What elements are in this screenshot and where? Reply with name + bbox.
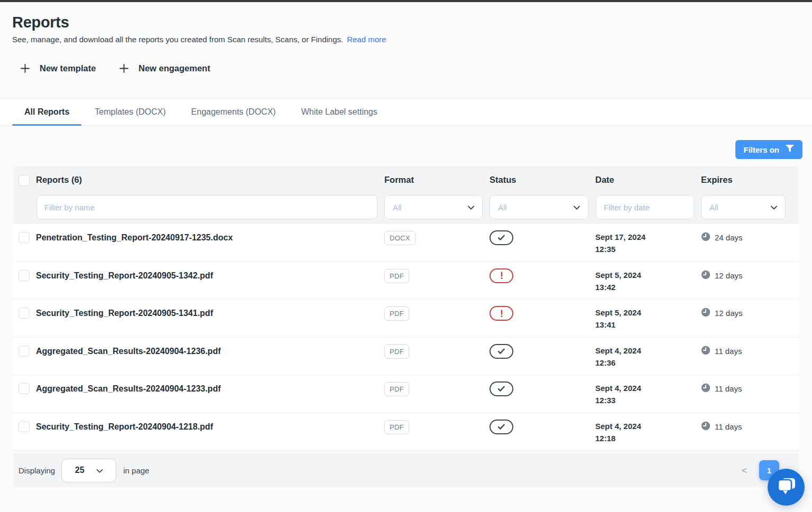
format-badge: PDF <box>384 382 409 396</box>
in-page-label: in page <box>123 466 149 475</box>
page-subtitle: See, manage, and download all the report… <box>12 35 386 44</box>
tab-bar: All Reports Templates (DOCX) Engagements… <box>0 98 812 126</box>
report-name[interactable]: Aggregated_Scan_Results-20240904-1233.pd… <box>36 384 221 394</box>
tab-engagements-docx[interactable]: Engagements (DOCX) <box>179 99 288 125</box>
chevron-down-icon <box>771 202 777 212</box>
report-name[interactable]: Security_Testing_Report-20240905-1342.pd… <box>36 271 213 281</box>
status-filter-value: All <box>498 203 507 212</box>
status-error-icon <box>490 306 513 321</box>
report-time: 13:42 <box>595 281 701 293</box>
report-name[interactable]: Penetration_Testing_Report-20240917-1235… <box>36 233 233 243</box>
new-engagement-label: New engagement <box>139 63 210 73</box>
column-header-expires: Expires <box>701 175 799 188</box>
chevron-down-icon <box>96 466 103 475</box>
clock-icon <box>701 421 710 432</box>
reports-page: Reports See, manage, and download all th… <box>0 0 812 512</box>
clock-icon <box>701 346 710 357</box>
tab-all-reports[interactable]: All Reports <box>12 99 81 125</box>
status-success-icon <box>490 420 513 434</box>
displaying-label: Displaying <box>19 466 55 475</box>
format-filter-select[interactable]: All <box>384 195 483 219</box>
filter-by-date-input[interactable] <box>596 195 694 219</box>
row-checkbox[interactable] <box>19 270 30 281</box>
expires-filter-value: All <box>709 203 718 212</box>
report-time: 12:35 <box>595 243 701 255</box>
page-title: Reports <box>12 14 69 31</box>
status-success-icon <box>490 230 513 245</box>
status-success-icon <box>490 381 513 396</box>
read-more-link[interactable]: Read more <box>347 35 386 44</box>
clock-icon <box>701 232 710 243</box>
report-time: 12:33 <box>595 394 701 406</box>
expires-text: 12 days <box>715 271 743 280</box>
format-badge: PDF <box>384 269 409 283</box>
filter-by-name-input[interactable] <box>36 195 377 219</box>
column-header-status: Status <box>490 175 595 188</box>
format-badge: PDF <box>384 306 409 321</box>
clock-icon <box>701 270 710 281</box>
expires-text: 11 days <box>715 384 742 393</box>
report-name[interactable]: Security_Testing_Report-20240904-1218.pd… <box>36 422 213 432</box>
format-badge: DOCX <box>384 231 416 245</box>
new-template-button[interactable]: New template <box>20 63 96 73</box>
expires-text: 24 days <box>715 233 743 242</box>
column-header-format: Format <box>384 175 490 188</box>
expires-filter-select[interactable]: All <box>701 195 786 219</box>
chevron-down-icon <box>468 202 474 212</box>
previous-page-arrow[interactable]: < <box>742 465 747 476</box>
reports-table: Reports (6) Format Status Date Expires A… <box>13 166 799 451</box>
table-row: Penetration_Testing_Report-20240917-1235… <box>13 224 799 262</box>
row-checkbox[interactable] <box>19 346 30 357</box>
expires-text: 12 days <box>715 309 743 318</box>
table-header: Reports (6) Format Status Date Expires A… <box>13 166 799 224</box>
report-date: Sept 5, 2024 <box>595 269 701 281</box>
format-badge: PDF <box>384 345 409 359</box>
format-filter-value: All <box>393 203 402 212</box>
table-row: Security_Testing_Report-20240904-1218.pd… <box>13 413 799 451</box>
report-time: 12:18 <box>595 432 701 444</box>
window-top-edge <box>0 0 812 2</box>
page-size-value: 25 <box>75 466 85 475</box>
filters-on-label: Filters on <box>743 145 779 154</box>
new-template-label: New template <box>40 63 96 73</box>
format-badge: PDF <box>384 420 409 434</box>
row-checkbox[interactable] <box>19 232 30 243</box>
table-row: Aggregated_Scan_Results-20240904-1233.pd… <box>13 375 799 413</box>
table-body: Penetration_Testing_Report-20240917-1235… <box>13 224 799 451</box>
row-checkbox[interactable] <box>19 383 30 394</box>
report-date: Sept 5, 2024 <box>595 306 701 319</box>
column-header-date: Date <box>595 175 701 188</box>
tab-label: White Label settings <box>301 107 377 117</box>
tab-label: All Reports <box>24 107 69 117</box>
report-time: 13:41 <box>595 319 701 331</box>
pagination-bar: Displaying 25 in page < 1 <box>13 453 799 487</box>
report-date: Sept 4, 2024 <box>595 420 701 432</box>
page-size-select[interactable]: 25 <box>61 459 116 482</box>
table-row: Security_Testing_Report-20240905-1342.pd… <box>13 262 799 300</box>
report-name[interactable]: Aggregated_Scan_Results-20240904-1236.pd… <box>36 347 221 356</box>
plus-icon <box>20 63 30 73</box>
status-filter-select[interactable]: All <box>490 195 588 219</box>
column-header-reports: Reports (6) <box>36 175 384 188</box>
new-engagement-button[interactable]: New engagement <box>119 63 210 73</box>
row-checkbox[interactable] <box>19 308 30 319</box>
tab-white-label-settings[interactable]: White Label settings <box>289 99 390 125</box>
tab-label: Templates (DOCX) <box>95 107 165 117</box>
row-checkbox[interactable] <box>19 421 30 432</box>
report-date: Sept 4, 2024 <box>595 382 701 394</box>
expires-text: 11 days <box>715 347 742 356</box>
report-name[interactable]: Security_Testing_Report-20240905-1341.pd… <box>36 309 213 318</box>
filter-funnel-icon <box>785 144 795 155</box>
plus-icon <box>119 63 129 73</box>
table-row: Security_Testing_Report-20240905-1341.pd… <box>13 300 799 338</box>
tab-label: Engagements (DOCX) <box>191 107 276 117</box>
clock-icon <box>701 308 710 319</box>
clock-icon <box>701 383 710 394</box>
report-time: 12:36 <box>595 357 701 369</box>
tab-templates-docx[interactable]: Templates (DOCX) <box>82 99 178 125</box>
filters-on-button[interactable]: Filters on <box>735 140 802 159</box>
page-subtitle-text: See, manage, and download all the report… <box>12 35 343 44</box>
select-all-checkbox[interactable] <box>19 175 30 186</box>
chat-launcher-button[interactable] <box>768 469 805 506</box>
status-error-icon <box>490 268 513 283</box>
